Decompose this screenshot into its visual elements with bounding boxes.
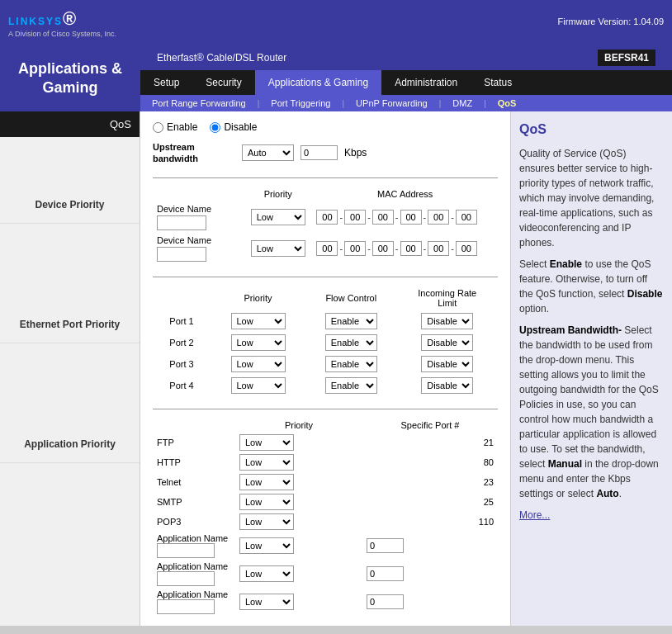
upstream-kbps-input[interactable] xyxy=(301,145,338,160)
app-telnet-priority[interactable]: LowMediumHigh xyxy=(239,474,294,490)
nav-tab-applications-gaming[interactable]: Applications & Gaming xyxy=(255,70,381,95)
upstream-select[interactable]: Auto Manual xyxy=(242,144,294,161)
ethernet-port-table: Priority Flow Control Incoming RateLimit… xyxy=(153,286,498,396)
app-http-port: 80 xyxy=(362,452,498,472)
app-custom-row-3: Application Name LowMediumHigh xyxy=(153,588,498,616)
device-priority-select-1[interactable]: LowMediumHigh xyxy=(251,209,305,225)
device-name-input-1[interactable] xyxy=(157,215,206,230)
kbps-label: Kbps xyxy=(344,147,367,158)
eth-port-1-flow[interactable]: EnableDisable xyxy=(325,313,377,329)
eth-port-1-label: Port 1 xyxy=(153,310,211,332)
mac-octet-1-4[interactable] xyxy=(400,210,422,225)
help-manual-word: Manual xyxy=(548,458,582,470)
app-smtp-priority[interactable]: LowMediumHigh xyxy=(239,494,294,510)
subnav-dmz[interactable]: DMZ xyxy=(441,95,484,111)
mac-octet-2-2[interactable] xyxy=(344,241,366,256)
mac-octet-1-6[interactable] xyxy=(456,210,477,225)
custom-app-priority-3[interactable]: LowMediumHigh xyxy=(239,594,294,610)
device-priority-select-2[interactable]: LowMediumHigh xyxy=(251,240,305,257)
nav-area: Etherfast® Cable/DSL Router BEFSR41 Setu… xyxy=(140,45,672,111)
custom-app-port-1[interactable] xyxy=(367,538,404,553)
custom-app-input-3[interactable] xyxy=(157,599,215,614)
custom-app-port-3[interactable] xyxy=(367,594,404,609)
subnav-qos[interactable]: QoS xyxy=(486,95,528,111)
nav-tab-security[interactable]: Security xyxy=(192,70,254,95)
eth-rate-header: Incoming RateLimit xyxy=(396,286,498,310)
eth-port-1-priority[interactable]: LowMediumHigh xyxy=(231,313,286,329)
app-smtp-port: 25 xyxy=(362,492,498,512)
help-enable-word: Enable xyxy=(550,258,582,270)
sidebar-item-app-priority: Application Priority xyxy=(0,426,140,463)
app-ftp-port: 21 xyxy=(362,433,498,452)
firmware-version: Firmware Version: 1.04.09 xyxy=(558,17,664,26)
eth-port-4-flow[interactable]: EnableDisable xyxy=(325,377,377,394)
custom-app-label-2: Application Name xyxy=(157,561,231,571)
mac-octet-1-1[interactable] xyxy=(316,210,338,225)
divider-1 xyxy=(153,177,498,178)
nav-tab-administration[interactable]: Administration xyxy=(381,70,471,95)
eth-port-4-priority[interactable]: LowMediumHigh xyxy=(231,377,286,394)
disable-radio[interactable] xyxy=(210,122,220,133)
enable-radio-label[interactable]: Enable xyxy=(153,121,197,133)
mac-octet-2-5[interactable] xyxy=(428,241,449,256)
app-row-http: HTTP LowMediumHigh 80 xyxy=(153,452,498,472)
device-name-input-2[interactable] xyxy=(157,247,206,262)
eth-port-2-flow[interactable]: EnableDisable xyxy=(325,334,377,351)
more-link[interactable]: More... xyxy=(519,509,550,521)
disable-radio-label[interactable]: Disable xyxy=(210,121,257,133)
app-ftp-priority[interactable]: LowMediumHigh xyxy=(239,434,294,451)
subnav-upnp[interactable]: UPnP Forwarding xyxy=(344,95,439,111)
enable-disable-row: Enable Disable xyxy=(153,121,498,133)
nav-tab-setup[interactable]: Setup xyxy=(140,70,192,95)
help-upstream-title: Upstream Bandwidth- xyxy=(519,324,622,336)
sidebar-item-device-priority: Device Priority xyxy=(0,187,140,224)
eth-port-3-rate[interactable]: DisableEnable xyxy=(421,356,473,372)
title-bar: Applications & Gaming Etherfast® Cable/D… xyxy=(0,45,672,111)
app-pop3-priority[interactable]: LowMediumHigh xyxy=(239,513,294,530)
mac-group-1: - - - - - xyxy=(316,210,494,225)
custom-app-input-1[interactable] xyxy=(157,543,215,558)
device-priority-table: Priority MAC Address Device Name LowMedi… xyxy=(153,187,498,264)
mac-octet-2-3[interactable] xyxy=(372,241,394,256)
subnav-port-triggering[interactable]: Port Triggering xyxy=(259,95,342,111)
divider-2 xyxy=(153,277,498,277)
help-panel: QoS Quality of Service (QoS) ensures bet… xyxy=(511,111,672,626)
brand-sub: A Division of Cisco Systems, Inc. xyxy=(8,30,116,38)
app-http-priority[interactable]: LowMediumHigh xyxy=(239,454,294,471)
subnav-port-range[interactable]: Port Range Forwarding xyxy=(140,95,258,111)
device-row-1: Device Name LowMediumHigh - - xyxy=(153,201,498,233)
eth-port-1-rate[interactable]: DisableEnable xyxy=(421,313,473,329)
app-ftp-label: FTP xyxy=(153,433,235,452)
custom-app-label-1: Application Name xyxy=(157,533,231,543)
mac-octet-2-4[interactable] xyxy=(400,241,422,256)
mac-octet-2-1[interactable] xyxy=(316,241,338,256)
app-telnet-port: 23 xyxy=(362,472,498,492)
eth-port-2-rate[interactable]: DisableEnable xyxy=(421,334,473,351)
custom-app-priority-2[interactable]: LowMediumHigh xyxy=(239,565,294,582)
eth-port-4-rate[interactable]: DisableEnable xyxy=(421,377,473,394)
nav-tab-status[interactable]: Status xyxy=(471,70,525,95)
eth-port-3-priority[interactable]: LowMediumHigh xyxy=(231,356,286,372)
mac-octet-1-2[interactable] xyxy=(344,210,366,225)
custom-app-port-2[interactable] xyxy=(367,566,404,581)
help-para-3: Upstream Bandwidth- Select the bandwidth… xyxy=(519,323,664,501)
app-custom-row-2: Application Name LowMediumHigh xyxy=(153,560,498,588)
router-model: BEFSR41 xyxy=(598,50,655,66)
eth-priority-header: Priority xyxy=(211,286,305,310)
eth-flow-header: Flow Control xyxy=(305,286,396,310)
mac-octet-1-5[interactable] xyxy=(428,210,449,225)
enable-radio[interactable] xyxy=(153,122,163,133)
content-panel: Enable Disable Upstream bandwidth Auto M… xyxy=(140,111,511,626)
eth-port-3-flow[interactable]: EnableDisable xyxy=(325,356,377,372)
custom-app-label-3: Application Name xyxy=(157,589,231,599)
mac-group-2: - - - - - xyxy=(316,241,494,256)
mac-octet-2-6[interactable] xyxy=(456,241,477,256)
mac-octet-1-3[interactable] xyxy=(372,210,394,225)
app-pop3-port: 110 xyxy=(362,512,498,532)
custom-app-input-2[interactable] xyxy=(157,571,215,586)
application-priority-table: Priority Specific Port # FTP LowMediumHi… xyxy=(153,418,498,616)
sidebar: QoS Device Priority Ethernet Port Priori… xyxy=(0,111,140,626)
help-para-2: Select Enable to use the QoS feature. Ot… xyxy=(519,257,664,316)
custom-app-priority-1[interactable]: LowMediumHigh xyxy=(239,537,294,554)
eth-port-2-priority[interactable]: LowMediumHigh xyxy=(231,334,286,351)
